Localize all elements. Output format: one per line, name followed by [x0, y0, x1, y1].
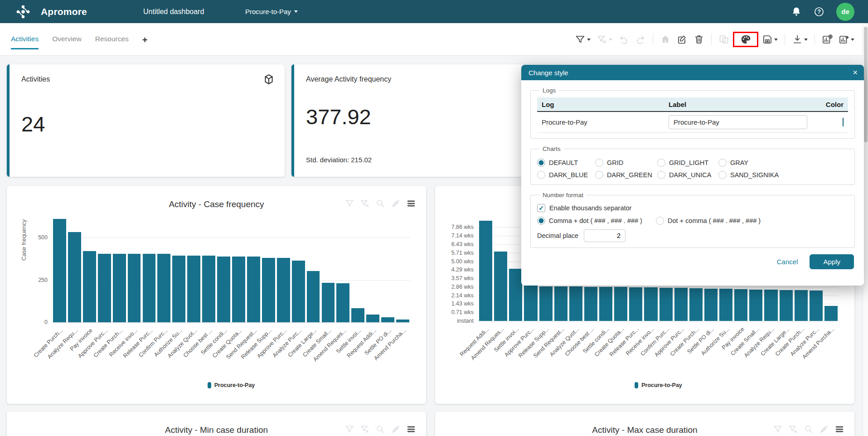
filter-off-button[interactable] — [596, 33, 613, 46]
bar[interactable] — [569, 286, 583, 321]
filter-icon[interactable] — [344, 199, 354, 208]
bar[interactable] — [584, 286, 598, 321]
redo-button[interactable] — [634, 33, 647, 46]
tab-activities[interactable]: Activities — [11, 35, 39, 49]
bar[interactable] — [202, 255, 216, 322]
bar[interactable] — [351, 308, 365, 323]
bar[interactable] — [749, 289, 763, 321]
bar[interactable] — [68, 232, 82, 322]
close-icon[interactable]: × — [853, 68, 858, 77]
apply-button[interactable]: Apply — [810, 254, 854, 269]
draw-off-icon[interactable] — [391, 424, 401, 434]
cancel-button[interactable]: Cancel — [777, 258, 798, 266]
bar[interactable] — [779, 290, 793, 321]
bar[interactable] — [247, 256, 261, 322]
bar[interactable] — [217, 256, 231, 322]
number-format-option-0[interactable]: Comma + dot ( ### , ### . ### ) — [537, 217, 656, 225]
log-selector-dropdown[interactable]: Procure-to-Pay — [245, 8, 298, 15]
filter-icon[interactable] — [773, 424, 783, 434]
log-label-input[interactable] — [669, 115, 807, 129]
chart-style-option-grid_light[interactable]: GRID_LIGHT — [657, 159, 718, 167]
zoom-icon[interactable] — [375, 424, 385, 434]
bar[interactable] — [539, 286, 553, 321]
scrollbar-thumb[interactable] — [864, 27, 868, 142]
delete-button[interactable] — [693, 33, 705, 46]
bar[interactable] — [53, 218, 67, 322]
chart-style-option-dark_blue[interactable]: DARK_BLUE — [537, 171, 595, 179]
legend-label[interactable]: Procure-to-Pay — [641, 382, 682, 388]
bar[interactable] — [142, 253, 156, 322]
bar[interactable] — [764, 289, 778, 321]
undo-button[interactable] — [617, 33, 630, 46]
bar[interactable] — [321, 282, 335, 322]
bar[interactable] — [306, 271, 320, 322]
bar[interactable] — [291, 260, 305, 322]
bar[interactable] — [734, 289, 748, 321]
draw-off-icon[interactable] — [819, 424, 829, 434]
bar[interactable] — [381, 317, 395, 322]
chart-style-option-default[interactable]: DEFAULT — [537, 159, 595, 167]
bar[interactable] — [127, 253, 141, 322]
bar[interactable] — [82, 251, 97, 322]
bar[interactable] — [187, 255, 201, 322]
bar[interactable] — [809, 290, 823, 321]
home-button[interactable] — [659, 33, 672, 46]
bar[interactable] — [396, 319, 410, 322]
log-color-swatch[interactable] — [843, 118, 844, 126]
chart-menu-icon[interactable] — [406, 424, 416, 434]
chart-menu-icon[interactable] — [834, 424, 844, 434]
chart-style-option-sand_signika[interactable]: SAND_SIGNIKA — [718, 171, 848, 179]
chart-menu-icon[interactable] — [406, 199, 416, 208]
bar[interactable] — [336, 283, 350, 322]
add-tab-button[interactable]: + — [142, 35, 148, 49]
bar[interactable] — [262, 257, 276, 322]
bar[interactable] — [479, 220, 493, 321]
filter-icon[interactable] — [344, 424, 354, 434]
filter-off-icon[interactable] — [360, 199, 370, 208]
bar[interactable] — [644, 287, 658, 321]
export-chart-button[interactable] — [838, 33, 855, 46]
bar[interactable] — [494, 251, 508, 321]
filter-off-icon[interactable] — [788, 424, 798, 434]
bar[interactable] — [689, 288, 703, 321]
decimal-place-input[interactable] — [584, 229, 626, 242]
filter-off-icon[interactable] — [360, 424, 370, 434]
edit-button[interactable] — [676, 33, 689, 46]
bar[interactable] — [509, 268, 523, 321]
filter-button[interactable] — [574, 33, 592, 46]
compare-button[interactable] — [718, 33, 730, 46]
help-icon[interactable]: ? — [814, 6, 824, 17]
add-chart-button[interactable] — [821, 33, 834, 46]
dialog-header[interactable]: Change style × — [521, 65, 864, 80]
bar[interactable] — [674, 287, 688, 321]
chart-style-option-dark_unica[interactable]: DARK_UNICA — [657, 171, 718, 179]
legend-label[interactable]: Procure-to-Pay — [214, 382, 255, 388]
draw-off-icon[interactable] — [391, 199, 401, 208]
bar[interactable] — [659, 287, 673, 321]
bar[interactable] — [719, 288, 733, 321]
chart-style-option-gray[interactable]: GRAY — [718, 159, 848, 167]
download-button[interactable] — [791, 33, 809, 46]
user-avatar[interactable]: de — [836, 3, 854, 21]
chart-style-option-dark_green[interactable]: DARK_GREEN — [595, 171, 657, 179]
bar[interactable] — [629, 287, 643, 321]
chart-style-option-grid[interactable]: GRID — [595, 159, 657, 167]
zoom-icon[interactable] — [375, 199, 385, 208]
bar[interactable] — [157, 253, 171, 322]
bar[interactable] — [614, 286, 628, 321]
bar[interactable] — [554, 286, 568, 321]
bar[interactable] — [366, 314, 380, 322]
bar[interactable] — [794, 290, 808, 321]
bar[interactable] — [276, 257, 291, 322]
notifications-bell-icon[interactable] — [791, 6, 802, 17]
tab-resources[interactable]: Resources — [95, 35, 129, 49]
thousands-separator-checkbox[interactable]: ✓ — [537, 204, 545, 212]
bar[interactable] — [704, 288, 718, 321]
tab-overview[interactable]: Overview — [52, 35, 82, 49]
bar[interactable] — [112, 253, 126, 322]
bar[interactable] — [232, 256, 246, 322]
bar[interactable] — [172, 255, 186, 322]
bar[interactable] — [824, 305, 838, 321]
number-format-option-1[interactable]: Dot + comma ( ### . ### , ### ) — [656, 217, 761, 225]
save-button[interactable] — [761, 33, 779, 46]
